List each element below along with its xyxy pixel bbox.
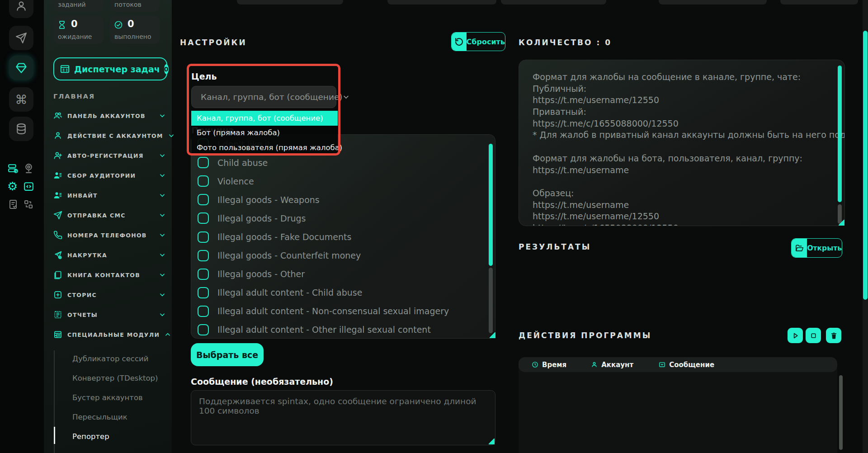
column-header-message: Сообщение <box>659 361 714 369</box>
checkbox[interactable] <box>198 324 209 335</box>
sidebar-item-accounts-panel[interactable]: ПАНЕЛЬ АККАУНТОВ <box>53 106 165 126</box>
reason-row: Violence <box>191 172 495 190</box>
target-select[interactable]: Канал, группа, бот (сообщение) <box>191 86 336 108</box>
stat-value: 0 <box>127 19 134 29</box>
select-all-button[interactable]: Выбрать все <box>191 343 264 366</box>
sidebar-item-boosting[interactable]: НАКРУТКА <box>53 245 165 265</box>
checkbox[interactable] <box>198 157 209 168</box>
sidebar-item-invite[interactable]: ИНВАЙТ <box>53 185 165 205</box>
cutoff-tab <box>780 0 858 5</box>
sender-nav-button[interactable] <box>9 26 33 50</box>
reason-row: Child abuse <box>191 153 495 172</box>
folder-icon <box>792 239 807 257</box>
info-box-scrollbar-thumb[interactable] <box>838 66 842 202</box>
submenu-item-forwarder[interactable]: Пересыльщик <box>53 407 166 427</box>
start-button[interactable] <box>788 328 803 343</box>
dropdown-option[interactable]: Фото пользователя (прямая жалоба) <box>191 140 338 155</box>
checkbox[interactable] <box>198 287 209 298</box>
reset-button[interactable]: Сбросить <box>451 32 505 51</box>
dropdown-option[interactable]: Бот (прямая жалоба) <box>191 126 338 141</box>
send-icon <box>53 211 62 220</box>
message-box <box>191 390 495 445</box>
swap-icon[interactable] <box>23 199 34 210</box>
sidebar-item-reports[interactable]: ОТЧЕТЫ <box>53 305 165 325</box>
app-root: ⌘ ⚙ заданий потоко <box>0 0 868 453</box>
sidebar-section-label: ГЛАВНАЯ <box>53 93 95 100</box>
checkbox[interactable] <box>198 250 209 261</box>
format-info-text: Формат для жалобы на сообщение в канале,… <box>519 60 844 226</box>
sidebar-item-audience-collection[interactable]: СБОР АУДИТОРИИ <box>53 165 165 185</box>
page-scrollbar-thumb[interactable] <box>863 31 868 300</box>
code-window-icon[interactable] <box>23 181 34 192</box>
cutoff-tab <box>237 0 343 5</box>
task-manager-button[interactable]: Диспетчер задач 0 <box>53 57 167 80</box>
dropdown-option[interactable]: Канал, группа, бот (сообщение) <box>191 111 338 126</box>
column-header-account: Аккаунт <box>591 361 633 369</box>
special-modules-submenu: Дубликатор сессий Конвертер (TDesktop) Б… <box>53 349 166 446</box>
reason-row: Illegal adult content - Other illegal se… <box>191 321 495 339</box>
sidebar: заданий потоков 0 ожидание 0 выполнено Д… <box>44 0 172 453</box>
database-nav-button[interactable] <box>9 117 33 141</box>
stop-button[interactable] <box>806 328 821 343</box>
sidebar-item-auto-registration[interactable]: АВТО-РЕГИСТРАЦИЯ <box>53 146 165 165</box>
checkbox[interactable] <box>198 306 209 317</box>
stat-card-tasks: заданий <box>53 0 104 12</box>
stat-card-waiting: 0 ожидание <box>53 16 104 44</box>
book-icon <box>53 270 62 279</box>
send-icon <box>15 32 27 44</box>
report-icon <box>53 310 62 319</box>
doc-check-icon[interactable] <box>8 199 19 210</box>
reason-row: Illegal goods - Fake Documents <box>191 227 495 246</box>
chevron-down-icon <box>159 311 165 318</box>
sidebar-item-contact-book[interactable]: КНИГА КОНТАКТОВ <box>53 265 165 285</box>
command-nav-button[interactable]: ⌘ <box>9 87 33 112</box>
program-actions-title: ДЕЙСТВИЯ ПРОГРАММЫ <box>519 331 651 340</box>
checkbox[interactable] <box>198 269 209 280</box>
message-input[interactable] <box>191 391 495 445</box>
sidebar-item-special-modules[interactable]: СПЕЦИАЛЬНЫЕ МОДУЛИ <box>53 325 165 344</box>
open-results-button[interactable]: Открыть <box>791 238 842 258</box>
chevron-down-icon <box>159 232 165 238</box>
gear-icon[interactable]: ⚙ <box>7 180 18 192</box>
checkbox[interactable] <box>198 194 209 205</box>
target-label: Цель <box>191 71 217 81</box>
reason-list-scrollbar-thumb[interactable] <box>489 144 493 266</box>
sidebar-item-send-sms[interactable]: ОТПРАВКА СМС <box>53 205 165 225</box>
checkbox[interactable] <box>198 175 209 187</box>
chevron-down-icon <box>159 292 165 298</box>
cutoff-tab <box>387 0 496 5</box>
reason-list: I don't like it Child abuse Violence Ill… <box>191 134 495 339</box>
user-list-icon <box>53 191 62 200</box>
send-plus-icon <box>53 250 62 260</box>
reason-list-resize-grip[interactable] <box>490 332 495 338</box>
task-grid-icon <box>60 64 70 74</box>
modules-icon <box>53 330 62 339</box>
user-cam-icon[interactable] <box>23 163 34 174</box>
checkbox[interactable] <box>198 212 209 224</box>
premium-nav-button[interactable] <box>9 56 33 80</box>
task-manager-label: Диспетчер задач <box>74 64 160 74</box>
sidebar-item-stories[interactable]: СТОРИС <box>53 285 165 305</box>
checkbox[interactable] <box>198 231 209 243</box>
submenu-item-session-duplicator[interactable]: Дубликатор сессий <box>53 349 166 368</box>
reason-row: Illegal goods - Drugs <box>191 209 495 227</box>
user-icon <box>591 361 598 368</box>
profile-nav-button[interactable] <box>9 0 33 18</box>
count-title: КОЛИЧЕСТВО : 0 <box>519 38 612 47</box>
chevron-down-icon <box>159 272 165 278</box>
chevron-down-icon <box>159 192 165 198</box>
reason-list-scrollbar-track[interactable] <box>489 268 493 333</box>
sidebar-item-phone-numbers[interactable]: НОМЕРА ТЕЛЕФОНОВ <box>53 225 165 245</box>
mail-icon <box>659 361 665 368</box>
reason-row: Illegal goods - Weapons <box>191 190 495 209</box>
message-resize-grip[interactable] <box>489 439 495 444</box>
submenu-item-account-booster[interactable]: Бустер аккаунтов <box>53 388 166 407</box>
clear-log-button[interactable] <box>826 328 841 343</box>
users-icon <box>53 111 62 120</box>
info-box-resize-grip[interactable] <box>839 220 844 226</box>
server-check-icon[interactable] <box>7 163 19 174</box>
sidebar-item-account-action[interactable]: ДЕЙСТВИЕ С АККАУНТОМ <box>53 126 165 146</box>
submenu-item-reporter[interactable]: Репортер <box>53 427 166 446</box>
log-table-scrollbar-thumb[interactable] <box>839 375 843 450</box>
submenu-item-converter[interactable]: Конвертер (TDesktop) <box>53 368 166 388</box>
